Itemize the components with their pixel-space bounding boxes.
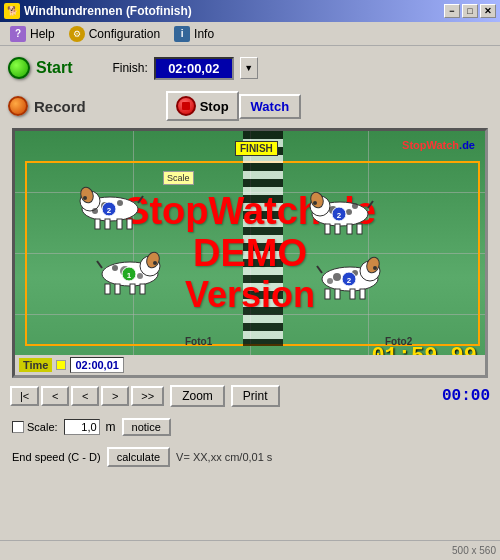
scale-row: Scale: m notice bbox=[8, 414, 492, 440]
svg-point-31 bbox=[112, 265, 118, 271]
foto1-label: Foto1 bbox=[185, 336, 212, 347]
svg-point-24 bbox=[313, 201, 317, 205]
record-stop-row: Record Stop Watch bbox=[8, 88, 492, 124]
svg-point-38 bbox=[153, 261, 157, 265]
stop-button[interactable]: Stop bbox=[166, 91, 239, 121]
stop-watch-group: Stop Watch bbox=[166, 91, 301, 121]
watch-button[interactable]: Watch bbox=[239, 94, 302, 119]
window-title: Windhundrennen (Fotofinish) bbox=[24, 4, 444, 18]
svg-point-18 bbox=[352, 203, 358, 209]
svg-rect-21 bbox=[347, 224, 352, 234]
start-label: Start bbox=[36, 59, 72, 77]
svg-line-13 bbox=[138, 196, 143, 203]
nav-next-button[interactable]: > bbox=[101, 386, 129, 406]
start-finish-row: Start Finish: 02:00,02 ▼ bbox=[8, 50, 492, 86]
record-label: Record bbox=[34, 98, 86, 115]
svg-point-44 bbox=[333, 273, 341, 281]
scale-label-text: Scale: bbox=[27, 421, 58, 433]
svg-rect-33 bbox=[105, 284, 110, 294]
svg-line-27 bbox=[368, 201, 373, 208]
endspeed-row: End speed (C - D) calculate V= XX,xx cm/… bbox=[8, 444, 492, 470]
time-cursor[interactable] bbox=[56, 360, 66, 370]
svg-point-4 bbox=[92, 208, 98, 214]
finish-input[interactable]: 02:00,02 bbox=[154, 57, 234, 80]
time-bar: Time 02:00,01 bbox=[15, 355, 485, 375]
svg-rect-34 bbox=[115, 284, 120, 294]
finish-group: Finish: 02:00,02 ▼ bbox=[112, 57, 257, 80]
nav-first-button[interactable]: |< bbox=[10, 386, 39, 406]
time-value: 02:00,01 bbox=[70, 357, 123, 373]
stop-icon bbox=[176, 96, 196, 116]
finish-line bbox=[243, 131, 283, 346]
svg-point-52 bbox=[373, 266, 377, 270]
svg-rect-6 bbox=[105, 219, 110, 229]
svg-rect-50 bbox=[360, 289, 365, 299]
svg-rect-49 bbox=[350, 289, 355, 299]
config-icon: ⚙ bbox=[69, 26, 85, 42]
menu-help-label: Help bbox=[30, 27, 55, 41]
svg-point-46 bbox=[327, 278, 333, 284]
svg-line-41 bbox=[97, 261, 102, 268]
app-icon: 🐕 bbox=[4, 3, 20, 19]
close-button[interactable]: ✕ bbox=[480, 4, 496, 18]
scale-input[interactable] bbox=[64, 419, 100, 435]
menu-config-label: Configuration bbox=[89, 27, 160, 41]
svg-point-3 bbox=[117, 200, 123, 206]
window-content: Start Finish: 02:00,02 ▼ Record Stop Wat… bbox=[0, 46, 500, 474]
print-button[interactable]: Print bbox=[231, 385, 280, 407]
menu-info[interactable]: i Info bbox=[168, 24, 220, 44]
svg-rect-19 bbox=[325, 224, 330, 234]
scale-label: Scale bbox=[163, 171, 194, 185]
finish-label: Finish: bbox=[112, 61, 147, 75]
menu-help[interactable]: ? Help bbox=[4, 24, 61, 44]
svg-text:1: 1 bbox=[127, 271, 132, 280]
maximize-button[interactable]: □ bbox=[462, 4, 478, 18]
nav-prev-fast-button[interactable]: < bbox=[41, 386, 69, 406]
svg-point-32 bbox=[137, 273, 143, 279]
nav-time-display: 00:00 bbox=[442, 387, 490, 405]
start-button[interactable]: Start bbox=[8, 57, 72, 79]
navigation-row: |< < < > >> Zoom Print 00:00 bbox=[8, 382, 492, 410]
status-bar: 500 x 560 bbox=[0, 540, 500, 560]
finish-dropdown[interactable]: ▼ bbox=[240, 57, 258, 79]
nav-prev-button[interactable]: < bbox=[71, 386, 99, 406]
nav-next-fast-button[interactable]: >> bbox=[131, 386, 164, 406]
svg-rect-5 bbox=[95, 219, 100, 229]
notice-button[interactable]: notice bbox=[122, 418, 171, 436]
brand-text-2: .de bbox=[459, 139, 475, 151]
title-bar: 🐕 Windhundrennen (Fotofinish) − □ ✕ bbox=[0, 0, 500, 22]
menu-configuration[interactable]: ⚙ Configuration bbox=[63, 24, 166, 44]
status-size: 500 x 560 bbox=[452, 545, 496, 556]
dog-2: 2 bbox=[305, 186, 375, 236]
menu-info-label: Info bbox=[194, 27, 214, 41]
svg-line-55 bbox=[317, 266, 322, 273]
help-icon: ? bbox=[10, 26, 26, 42]
zoom-button[interactable]: Zoom bbox=[170, 385, 225, 407]
dog-3: 1 bbox=[95, 246, 165, 296]
scale-checkbox[interactable] bbox=[12, 421, 24, 433]
velocity-display: V= XX,xx cm/0,01 s bbox=[176, 451, 272, 463]
svg-rect-20 bbox=[335, 224, 340, 234]
svg-point-17 bbox=[346, 209, 352, 215]
svg-rect-7 bbox=[117, 219, 122, 229]
time-tag: Time bbox=[19, 358, 52, 372]
dog-4: 2 bbox=[315, 251, 385, 301]
svg-rect-36 bbox=[140, 284, 145, 294]
svg-rect-48 bbox=[335, 289, 340, 299]
scale-unit: m bbox=[106, 420, 116, 434]
minimize-button[interactable]: − bbox=[444, 4, 460, 18]
scale-checkbox-label: Scale: bbox=[12, 421, 58, 433]
calculate-button[interactable]: calculate bbox=[107, 447, 170, 467]
svg-point-10 bbox=[83, 196, 87, 200]
menu-bar: ? Help ⚙ Configuration i Info bbox=[0, 22, 500, 46]
race-area: FINISH Scale StopWatch.de StopWatch.de D… bbox=[12, 128, 488, 378]
svg-text:2: 2 bbox=[347, 276, 352, 285]
record-button[interactable]: Record bbox=[8, 96, 86, 116]
record-indicator bbox=[8, 96, 28, 116]
start-indicator bbox=[8, 57, 30, 79]
svg-rect-8 bbox=[127, 219, 132, 229]
svg-text:2: 2 bbox=[107, 206, 112, 215]
info-icon: i bbox=[174, 26, 190, 42]
dog-1: 2 bbox=[75, 181, 145, 231]
svg-rect-35 bbox=[130, 284, 135, 294]
